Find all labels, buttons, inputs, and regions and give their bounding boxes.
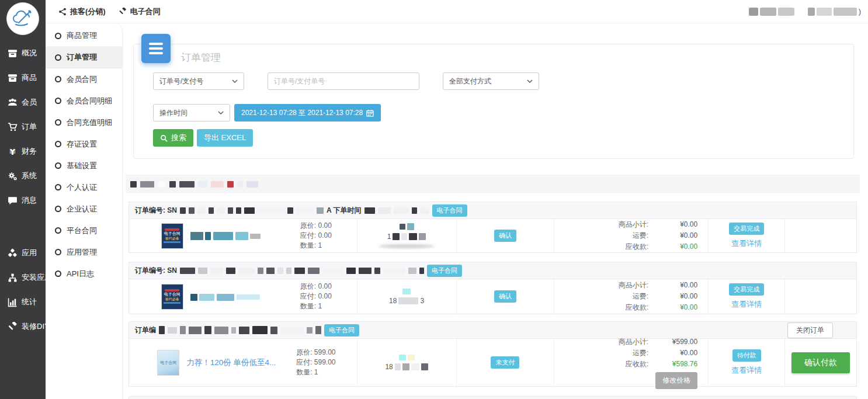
order-status-tabs[interactable] (126, 175, 860, 193)
topbar: 推客(分销) 电子合同 ) (46, 0, 868, 23)
redacted-text (296, 207, 314, 214)
pay-method-select[interactable]: 全部支付方式 (443, 72, 539, 90)
payment-status-cell: 未支付 (456, 339, 554, 386)
redacted-text (419, 268, 424, 274)
redacted-text (315, 326, 321, 334)
redacted-text (238, 268, 255, 274)
redacted-text (252, 326, 268, 334)
redacted-text (204, 326, 211, 334)
time-type-select[interactable]: 操作时间 (153, 104, 230, 122)
sidebar-item-products[interactable]: 商品 (0, 65, 46, 90)
view-detail-link[interactable]: 查看详情 (731, 299, 762, 310)
submenu-item-order-mgmt[interactable]: 订单管理 (46, 47, 122, 68)
orders-icon (8, 122, 18, 132)
order-body: 电子合同 签约必备 原价: 0.00 应付: 0.00 数量: 1 (129, 219, 856, 252)
submenu-item-contract-recharge-detail[interactable]: 合同充值明细 (46, 112, 122, 133)
view-detail-link[interactable]: 查看详情 (731, 365, 762, 376)
redacted-text (190, 232, 203, 240)
view-detail-link[interactable]: 查看详情 (731, 238, 762, 249)
submenu-item-api-log[interactable]: API日志 (46, 263, 122, 284)
confirm-cell: 确认 (456, 219, 554, 252)
submenu-label: 存证设置 (67, 139, 97, 150)
sidebar-item-install-apps[interactable]: 安装应用 (0, 265, 46, 290)
submenu-item-personal-auth[interactable]: 个人认证 (46, 176, 122, 198)
secondary-sidebar: 商品管理 订单管理 会员合同 会员合同明细 合同充值明细 存证设置 基础设置 个… (46, 23, 123, 399)
share-icon (58, 8, 67, 16)
search-type-select[interactable]: 订单号/支付号 (153, 72, 244, 90)
hamburger-icon (149, 43, 163, 45)
keyword-input[interactable] (268, 72, 419, 90)
order-time-label: A 下单时间 (327, 206, 362, 216)
thumb-text: 签约必备 (165, 297, 179, 301)
sidebar-item-diy[interactable]: 装修DIY (0, 314, 46, 339)
redacted-text (399, 355, 406, 360)
menu-toggle-button[interactable] (141, 34, 171, 63)
redacted-text (235, 232, 248, 240)
submenu-item-platform-contract[interactable]: 平台合同 (46, 220, 122, 241)
confirm-payment-button[interactable]: 确认付款 (791, 352, 850, 373)
submenu-item-enterprise-auth[interactable]: 企业认证 (46, 198, 122, 220)
thumb-text: 电子合同 (164, 292, 180, 297)
phone-suffix: 3 (420, 297, 424, 305)
redacted-text (420, 207, 429, 214)
redacted-text (198, 268, 207, 274)
submenu-item-basic-settings[interactable]: 基础设置 (46, 155, 122, 176)
order-body: 电子合同 签约必备 原价: 0.00 应付: 0.00 数量: 1 18 (129, 279, 856, 314)
confirm-button[interactable]: 确认 (494, 230, 516, 242)
sidebar-item-messages[interactable]: 消息 (0, 188, 46, 213)
cloud-pen-logo-icon (11, 7, 34, 30)
modify-price-button[interactable]: 修改价格 (655, 372, 697, 389)
receivable-value: ¥0.00 (648, 241, 697, 252)
circle-icon (55, 33, 61, 39)
submenu-item-app-mgmt[interactable]: 应用管理 (46, 241, 122, 263)
submenu-label: 订单管理 (67, 52, 97, 63)
receivable-label: 应收款: (626, 359, 648, 370)
date-range-button[interactable]: 2021-12-13 07:28 至 2021-12-13 07:28 (234, 104, 381, 122)
redacted-text (408, 268, 416, 274)
product-name-link[interactable]: 力荐！120份 单份低至4... (186, 358, 276, 367)
submenu-item-evidence-settings[interactable]: 存证设置 (46, 133, 122, 155)
submenu-item-member-contract[interactable]: 会员合同 (46, 68, 122, 90)
buyer-phone: 18 (385, 363, 428, 371)
redacted-text (402, 289, 411, 294)
redacted-text (394, 207, 409, 214)
sidebar-item-members[interactable]: 会员 (0, 90, 46, 115)
action-cell: 确认付款 (784, 339, 856, 386)
close-order-button[interactable]: 关闭订单 (787, 322, 833, 338)
product-image[interactable]: 电子合同 签约必备 (161, 223, 183, 249)
tab-e-contract[interactable]: 电子合同 (119, 6, 161, 17)
time-type-value: 操作时间 (159, 108, 188, 118)
redacted-text (258, 268, 263, 274)
receivable-value: ¥598.76 (648, 359, 697, 370)
sidebar-item-stats[interactable]: 统计 (0, 290, 46, 314)
date-range-value: 2021-12-13 07:28 至 2021-12-13 07:28 (241, 108, 363, 118)
product-image[interactable]: 电子合同 (157, 350, 179, 376)
redacted-text (409, 233, 417, 240)
redacted-text (411, 363, 419, 370)
submenu-item-product-mgmt[interactable]: 商品管理 (46, 25, 122, 47)
tab-tuike-distribution[interactable]: 推客(分销) (58, 6, 106, 17)
sidebar-item-overview[interactable]: 概况 (0, 41, 46, 65)
unpaid-badge: 未支付 (491, 356, 519, 369)
sidebar-item-apps[interactable]: 应用 (0, 241, 46, 265)
status-cell: 交易完成 查看详情 (708, 219, 784, 252)
confirm-button[interactable]: 确认 (494, 290, 516, 303)
sidebar-item-finance[interactable]: ¥ 财务 (0, 139, 46, 164)
redacted-text (364, 207, 375, 214)
search-icon (160, 134, 168, 142)
topbar-user-info[interactable]: ) (749, 7, 861, 16)
sidebar-item-orders[interactable]: 订单 (0, 115, 46, 139)
app-logo[interactable] (6, 2, 39, 35)
sidebar-item-system[interactable]: 系统 (0, 164, 46, 188)
shipping-value: ¥0.00 (648, 230, 697, 241)
submenu-label: 平台合同 (67, 225, 97, 236)
product-image[interactable]: 电子合同 签约必备 (161, 284, 183, 310)
redacted-text (130, 181, 137, 188)
search-button[interactable]: 搜索 (153, 129, 193, 147)
payable-price: 应付: 0.00 (300, 292, 332, 301)
buyer-cell: 18 (357, 339, 456, 386)
redacted-text (210, 268, 223, 274)
export-excel-button[interactable]: 导出 EXCEL (197, 129, 253, 147)
e-contract-badge: 电子合同 (324, 324, 359, 336)
submenu-item-member-contract-detail[interactable]: 会员合同明细 (46, 90, 122, 112)
